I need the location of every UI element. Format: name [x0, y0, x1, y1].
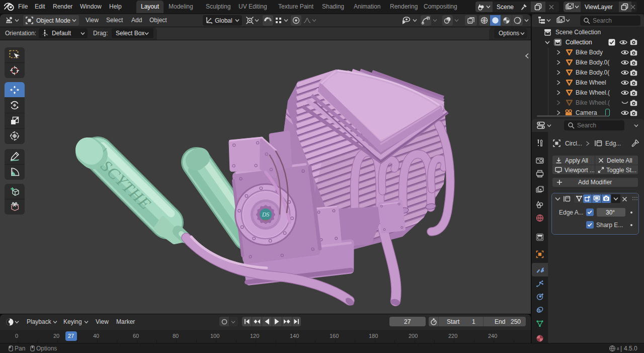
- svg-text:DS: DS: [262, 211, 270, 218]
- svg-text:mini: mini: [263, 219, 268, 222]
